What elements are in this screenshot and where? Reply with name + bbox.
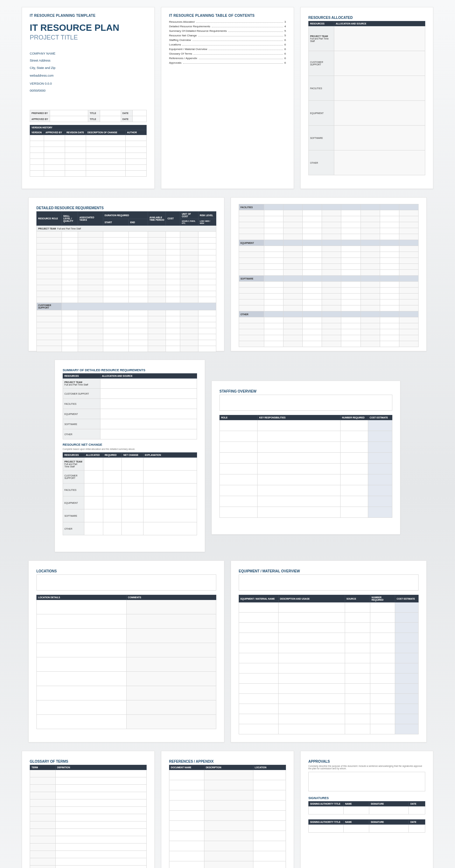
- doc-title: IT RESOURCE PLAN: [30, 22, 147, 33]
- references-table: DOCUMENT NAMEDESCRIPTIONLOCATION: [169, 765, 286, 868]
- references-title: REFERENCES / APPENDIX: [169, 760, 286, 763]
- equipment-notes-box: [239, 574, 419, 591]
- locations-table: LOCATION DETAILSCOMMENTS: [36, 595, 216, 729]
- detailed-req-table: RESOURCE ROLESKILL LEVEL / QUALITYASSOCI…: [36, 211, 216, 352]
- page-approvals: APPROVALS Concisely describe the purpose…: [300, 751, 433, 868]
- signatures-label: SIGNATURES: [308, 796, 425, 800]
- approvals-desc: Concisely describe the purpose of this d…: [308, 765, 425, 770]
- template-header: IT RESOURCE PLANNING TEMPLATE: [30, 14, 147, 17]
- staffing-table: ROLEKEY RESPONSIBILITIESNUMBER REQUIREDC…: [219, 415, 392, 518]
- equipment-title: EQUIPMENT / MATERIAL OVERVIEW: [239, 569, 419, 573]
- city-state-zip: City, State and Zip: [30, 65, 147, 70]
- netchange-table: RESOURCESALLOCATEDREQUIREDNET CHANGEEXPL…: [63, 452, 197, 535]
- page-detailed-requirements-cont: FACILITIESEQUIPMENTSOFTWAREOTHER: [231, 197, 427, 351]
- page-resources-allocated: RESOURCES ALLOCATED RESOURCESALLOCATION …: [300, 7, 433, 189]
- page-summary-netchange: SUMMARY OF DETAILED RESOURCE REQUIREMENT…: [55, 360, 205, 552]
- equipment-table: EQUIPMENT / MATERIAL NAMEDESCRIPTION AND…: [239, 595, 419, 734]
- netchange-title: RESOURCE NET CHANGE: [63, 443, 197, 446]
- staffing-title: STAFFING OVERVIEW: [219, 389, 392, 393]
- toc-header: IT RESOURCE PLANNING TABLE OF CONTENTS: [169, 14, 286, 17]
- approvals-title: APPROVALS: [308, 760, 425, 763]
- page-equipment: EQUIPMENT / MATERIAL OVERVIEW EQUIPMENT …: [231, 560, 427, 742]
- summary-table: RESOURCESALLOCATION AND SOURCE PROJECT T…: [63, 373, 197, 439]
- version: VERSION 0.0.0: [30, 81, 147, 86]
- web-address: webaddress.com: [30, 73, 147, 78]
- glossary-title: GLOSSARY OF TERMS: [30, 760, 147, 763]
- page-glossary: GLOSSARY OF TERMS TERMDEFINITION: [22, 751, 155, 868]
- detailed-req-title: DETAILED RESOURCE REQUIREMENTS: [36, 206, 216, 210]
- summary-title: SUMMARY OF DETAILED RESOURCE REQUIREMENT…: [63, 368, 197, 372]
- signature-table-1: SIGNING AUTHORITY TITLENAMESIGNATUREDATE: [308, 801, 425, 814]
- prepared-table: PREPARED BYTITLEDATE APPROVED BYTITLEDAT…: [30, 110, 147, 122]
- locations-notes-box: [36, 574, 216, 591]
- netchange-desc: Complete based upon initial allocation a…: [63, 448, 197, 450]
- resources-allocated-table: RESOURCESALLOCATION AND SOURCE PROJECT T…: [308, 21, 425, 175]
- page-toc: IT RESOURCE PLANNING TABLE OF CONTENTS R…: [161, 7, 294, 189]
- doc-date: 00/00/0000: [30, 88, 147, 93]
- resources-allocated-title: RESOURCES ALLOCATED: [308, 16, 425, 20]
- version-history-table: VERSION HISTORY VERSIONAPPROVED BYREVISI…: [30, 125, 147, 177]
- locations-title: LOCATIONS: [36, 569, 216, 573]
- page-references: REFERENCES / APPENDIX DOCUMENT NAMEDESCR…: [161, 751, 294, 868]
- staffing-notes-box: [219, 395, 392, 411]
- company-name: COMPANY NAME: [30, 51, 147, 56]
- street-address: Street Address: [30, 58, 147, 63]
- page-locations: LOCATIONS LOCATION DETAILSCOMMENTS: [28, 560, 224, 742]
- page-cover: IT RESOURCE PLANNING TEMPLATE IT RESOURC…: [22, 7, 155, 189]
- approvals-purpose-box: [308, 772, 425, 791]
- glossary-table: TERMDEFINITION: [30, 765, 147, 868]
- page-detailed-requirements: DETAILED RESOURCE REQUIREMENTS RESOURCE …: [28, 197, 224, 351]
- signature-table-2: SIGNING AUTHORITY TITLENAMESIGNATUREDATE: [308, 819, 425, 833]
- page-staffing: STAFFING OVERVIEW ROLEKEY RESPONSIBILITI…: [211, 381, 400, 535]
- detailed-req-cont-table: FACILITIESEQUIPMENTSOFTWAREOTHER: [239, 204, 419, 347]
- project-title: PROJECT TITLE: [30, 34, 147, 41]
